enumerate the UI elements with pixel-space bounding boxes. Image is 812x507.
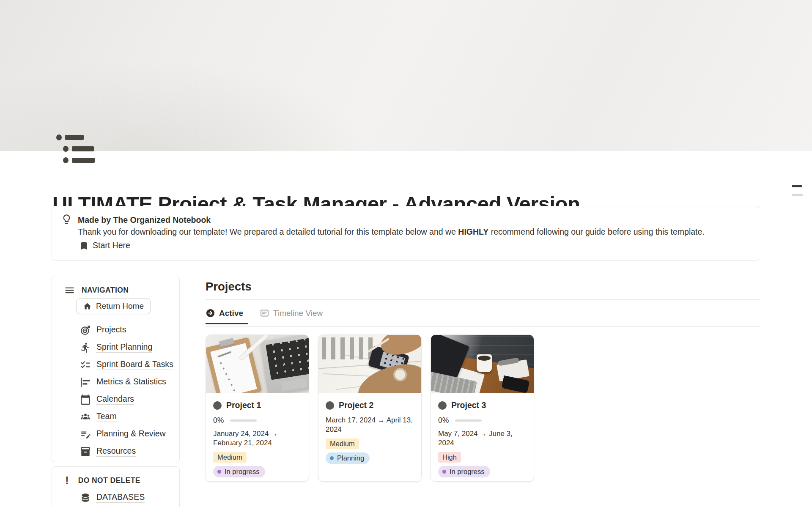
database-icon [80, 492, 91, 503]
project-icon [438, 401, 447, 410]
date-range: January 24, 2024 → February 21, 2024 [213, 429, 302, 448]
home-icon [83, 302, 92, 311]
view-tabs: Active Timeline View [206, 307, 760, 327]
start-here-label: Start Here [93, 241, 130, 251]
runner-icon [80, 342, 91, 353]
progress-bar [230, 419, 257, 422]
project-1-cover-image [206, 335, 309, 393]
project-card-3[interactable]: Project 3 0% May 7, 2024 → June 3, 2024 … [431, 334, 534, 482]
progress-property: 0% [438, 416, 527, 425]
projects-gallery: Project 1 0% January 24, 2024 → February… [206, 334, 534, 482]
project-icon [213, 401, 222, 410]
project-card-2[interactable]: Project 2 March 17, 2024 → April 13, 202… [318, 334, 422, 482]
checklist-icon [80, 359, 91, 370]
return-home-button[interactable]: Return Home [76, 298, 151, 314]
lightbulb-icon [61, 214, 72, 225]
sidebar-item-planning-review[interactable]: Planning & Review [80, 425, 173, 443]
tab-active-view[interactable]: Active [206, 307, 248, 324]
scroll-indicator [792, 194, 803, 196]
date-range: May 7, 2024 → June 3, 2024 [438, 429, 527, 448]
sidebar-item-team[interactable]: Team [80, 408, 173, 425]
nav-section-title: NAVIGATION [82, 286, 129, 295]
status-tag: In progress [213, 466, 265, 477]
danger-section-title: DO NOT DELETE [78, 476, 140, 485]
sidebar-item-sprint-board[interactable]: Sprint Board & Tasks [80, 356, 173, 373]
bullet-list-icon[interactable] [56, 134, 93, 166]
date-range: March 17, 2024 → April 13, 2024 [326, 416, 414, 435]
bookmark-icon [79, 241, 89, 251]
edit-note-icon [80, 429, 91, 440]
bar-chart-icon [80, 377, 91, 388]
calendar-icon [80, 394, 91, 405]
callout-author: Made by The Organized Notebook [78, 215, 211, 225]
priority-tag: High [438, 452, 461, 463]
heading-divider [206, 299, 760, 300]
sidebar-item-metrics[interactable]: Metrics & Statistics [80, 373, 173, 391]
notion-page: ULTIMATE Project & Task Manager - Advanc… [0, 0, 812, 507]
page-cover-image [0, 0, 812, 151]
projects-heading: Projects [206, 280, 252, 293]
nav-list: Projects Sprint Planning Sprint Board & … [80, 321, 173, 460]
project-2-cover-image [318, 335, 421, 393]
sidebar-item-databases[interactable]: DATABASES [80, 489, 145, 506]
progress-property: 0% [213, 416, 302, 425]
timeline-view-icon [260, 308, 269, 318]
made-by-callout: Made by The Organized Notebook Thank you… [52, 206, 759, 261]
sidebar-item-resources[interactable]: Resources [80, 443, 173, 460]
status-dot [330, 456, 334, 460]
callout-body: Thank you for downloading our template! … [78, 227, 738, 237]
do-not-delete-panel: ! DO NOT DELETE DATABASES [52, 466, 180, 507]
status-tag: In progress [438, 466, 490, 477]
project-icon [326, 401, 334, 410]
sidebar-item-projects[interactable]: Projects [80, 321, 173, 339]
status-dot [217, 470, 221, 474]
team-icon [80, 411, 91, 422]
archive-icon [80, 446, 91, 457]
arrow-circle-right-icon [206, 308, 215, 318]
priority-tag: Medium [326, 438, 359, 449]
priority-tag: Medium [213, 452, 247, 463]
navigation-panel: NAVIGATION Return Home Projects Sp [52, 276, 180, 462]
exclamation-icon: ! [65, 475, 69, 486]
project-3-cover-image [431, 335, 534, 393]
return-home-label: Return Home [96, 301, 144, 311]
start-here-link[interactable]: Start Here [79, 241, 130, 251]
menu-icon [64, 285, 75, 296]
tab-timeline-view[interactable]: Timeline View [260, 307, 328, 323]
target-icon [80, 325, 91, 336]
minimize-dash-icon[interactable] [792, 185, 802, 187]
progress-bar [455, 419, 482, 422]
status-tag: Planning [326, 452, 370, 464]
sidebar-item-calendars[interactable]: Calendars [80, 391, 173, 408]
sidebar-item-sprint-planning[interactable]: Sprint Planning [80, 339, 173, 356]
status-dot [442, 470, 446, 474]
project-card-1[interactable]: Project 1 0% January 24, 2024 → February… [206, 334, 309, 482]
